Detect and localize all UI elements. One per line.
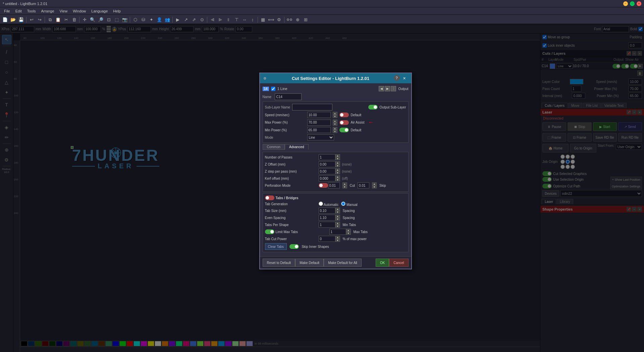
menu-tools[interactable]: Tools [24,8,39,14]
snap-icon[interactable]: ⊞ [302,16,309,24]
mirror-h-icon[interactable]: ⟺ [267,16,275,24]
dist-h-icon[interactable]: ↔ [241,16,248,24]
z-offset-input[interactable] [319,161,335,167]
rotary-icon[interactable]: ⊙ [198,16,206,24]
max-power-spin-down[interactable]: ▼ [333,123,337,126]
num-passes-down[interactable]: ▼ [335,157,340,160]
tps-up[interactable]: ▲ [335,222,340,225]
limit-max-toggle[interactable] [265,229,274,234]
tabs-per-shape-spin[interactable]: ▲ ▼ [335,222,340,228]
skip-inner-toggle[interactable] [289,244,299,249]
clear-tabs-button[interactable]: Clear Tabs [265,243,287,250]
path-icon[interactable]: ↗ [182,16,190,24]
lm-up[interactable]: ▲ [346,229,351,232]
min-power-input[interactable] [307,127,331,133]
move-icon[interactable]: ✛ [81,16,88,24]
spacing-up[interactable]: ▲ [335,215,340,218]
cancel-button[interactable]: Cancel [389,259,408,267]
num-passes-up[interactable]: ▲ [335,154,340,157]
tcp-up[interactable]: ▲ [335,236,340,239]
kerf-down[interactable]: ▼ [335,178,340,181]
skip-up[interactable]: ▲ [372,182,377,185]
tab-size-input[interactable] [319,208,335,214]
limit-max-spin[interactable]: ▲ ▼ [346,229,351,235]
cut-value-input[interactable] [328,182,340,188]
align-l-icon[interactable]: ⫷ [209,16,216,24]
layer-checkbox[interactable] [271,87,275,91]
air-assist-toggle[interactable] [339,120,349,125]
power-icon[interactable]: ⚙ [275,16,283,24]
reset-to-default-button[interactable]: Reset to Default [263,259,296,267]
menu-help[interactable]: Help [110,8,123,14]
z-step-input[interactable] [319,168,335,174]
undo-icon[interactable]: ↩ [28,16,35,24]
tabs-bridges-toggle[interactable] [265,195,274,200]
play-icon[interactable]: ▶ [174,16,181,24]
align-r-icon[interactable]: ⫸ [217,16,224,24]
menu-edit[interactable]: Edit [13,8,24,14]
grid-icon[interactable]: ▦ [259,16,267,24]
layer-next-icon[interactable]: ▶ [385,86,390,91]
common-tab[interactable]: Common [263,144,285,150]
cut-up[interactable]: ▲ [342,182,347,185]
speed-spin-up[interactable]: ▲ [333,112,337,115]
skip-spin[interactable]: ▲ ▼ [372,182,377,188]
copy-icon[interactable]: ⧉ [46,16,54,24]
camera-icon[interactable]: 📷 [121,16,128,24]
redo-icon[interactable]: ↪ [36,16,43,24]
kerf-up[interactable]: ▲ [335,175,340,178]
weld-icon[interactable]: ⛁ [140,16,147,24]
ok-button[interactable]: OK [376,259,389,267]
min-power-spin-up[interactable]: ▲ [333,127,337,130]
open-file-icon[interactable]: 📂 [9,16,17,24]
speed-spin[interactable]: ▲ ▼ [333,112,337,118]
boolean-icon[interactable]: ⬡ [131,16,139,24]
max-power-input[interactable] [307,120,331,126]
person2-icon[interactable]: 👥 [164,16,171,24]
layer-menu-icon[interactable]: ⋮ [391,86,396,91]
z-step-down[interactable]: ▼ [335,171,340,174]
menu-arrange[interactable]: Arrange [38,8,57,14]
sublayer-name-input[interactable] [292,104,332,111]
tabs-per-shape-input[interactable] [319,222,335,228]
min-power-spin[interactable]: ▲ ▼ [333,127,337,133]
cut-icon[interactable]: ✂ [62,16,70,24]
window-controls[interactable]: − □ × [623,1,641,6]
delete-icon[interactable]: 🗑 [70,16,78,24]
num-passes-input[interactable] [319,154,335,160]
maximize-button[interactable]: □ [630,1,635,6]
kerf-spin[interactable]: ▲ ▼ [335,175,340,181]
menu-file[interactable]: File [1,8,13,14]
auto-radio-label[interactable]: Automatic [319,202,339,207]
num-passes-spin[interactable]: ▲ ▼ [335,154,340,160]
zoom-fit-icon[interactable]: ⊡ [105,16,112,24]
make-default-all-button[interactable]: Make Default for All [324,259,362,267]
z-step-spin[interactable]: ▲ ▼ [335,168,340,174]
zoom-out-icon[interactable]: 🔎 [97,16,104,24]
tab-size-down[interactable]: ▼ [335,211,340,214]
dialog-controls[interactable]: ? × [394,75,408,82]
mode-select[interactable]: Line [307,134,334,140]
select-icon[interactable]: ⬚ [113,16,120,24]
new-file-icon[interactable]: 📄 [1,16,9,24]
settings-icon[interactable]: ⚙⚙ [286,16,293,24]
manual-radio[interactable] [341,202,345,206]
tab-size-up[interactable]: ▲ [335,208,340,211]
speed-spin-down[interactable]: ▼ [333,115,337,118]
z-step-up[interactable]: ▲ [335,168,340,171]
dialog-close-button[interactable]: × [401,75,408,82]
tcp-down[interactable]: ▼ [335,239,340,242]
cut-spin[interactable]: ▲ ▼ [342,182,347,188]
advanced-tab[interactable]: Advanced [285,144,308,150]
kerf-input[interactable] [319,175,335,181]
spacing-input[interactable] [319,215,335,221]
manual-radio-label[interactable]: Manual [341,202,358,207]
paste-icon[interactable]: 📋 [54,16,62,24]
cut-down[interactable]: ▼ [342,185,347,188]
z-offset-down[interactable]: ▼ [335,164,340,167]
lm-down[interactable]: ▼ [346,232,351,235]
person-icon[interactable]: 👤 [156,16,163,24]
output-sublayer-toggle[interactable] [368,105,378,109]
make-default-button[interactable]: Make Default [295,259,324,267]
z-offset-spin[interactable]: ▲ ▼ [335,161,340,167]
